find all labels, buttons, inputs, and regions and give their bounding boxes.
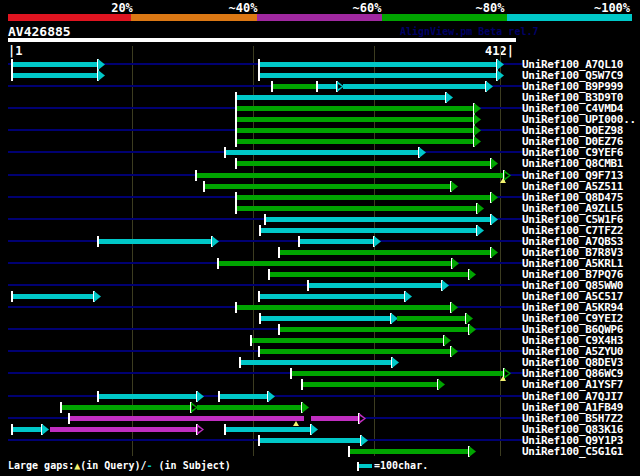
hit-segment[interactable] <box>217 261 451 266</box>
hit-segment[interactable] <box>235 95 445 100</box>
segment-start-tick <box>60 402 62 413</box>
hit-segment[interactable] <box>218 394 267 399</box>
arrowhead-icon <box>302 402 309 413</box>
hit-segment[interactable] <box>235 106 473 111</box>
hit-segment[interactable] <box>397 316 465 321</box>
hit-segment[interactable] <box>343 84 485 89</box>
hit-segment[interactable] <box>11 294 93 299</box>
hit-segment[interactable] <box>235 161 490 166</box>
hit-segment[interactable] <box>50 427 196 432</box>
hit-segment[interactable] <box>271 84 316 89</box>
hit-segment[interactable] <box>290 371 503 376</box>
hit-segment[interactable] <box>235 305 450 310</box>
arrowhead-icon <box>491 214 498 225</box>
key-segment-40 <box>131 14 257 21</box>
hit-segment[interactable] <box>316 84 336 89</box>
arrowhead-icon <box>392 357 399 368</box>
hit-segment[interactable] <box>259 228 476 233</box>
segment-start-tick <box>316 81 318 92</box>
hit-segment[interactable] <box>298 239 373 244</box>
gap-legend: Large gaps:▲(in Query)/- (in Subject) <box>8 460 231 471</box>
segment-start-tick <box>235 158 237 169</box>
hit-segment[interactable] <box>239 360 391 365</box>
hit-segment[interactable] <box>235 128 473 133</box>
hit-segment[interactable] <box>68 416 358 421</box>
segment-start-tick <box>235 114 237 125</box>
arrowhead-icon <box>42 424 49 435</box>
hit-segment[interactable] <box>278 250 490 255</box>
arrowhead-icon <box>491 247 498 258</box>
hit-segment[interactable] <box>11 73 97 78</box>
hit-segment[interactable] <box>264 217 490 222</box>
hit-segment[interactable] <box>197 405 301 410</box>
hit-segment[interactable] <box>278 327 468 332</box>
hit-segment[interactable] <box>195 173 503 178</box>
arrowhead-icon <box>405 291 412 302</box>
hit-segment[interactable] <box>268 272 468 277</box>
gap-legend-prefix: Large gaps: <box>8 460 74 471</box>
arrowhead-icon <box>452 258 459 269</box>
segment-start-tick <box>348 446 350 457</box>
gap-legend-subject-text: (in Subject) <box>153 460 231 471</box>
segment-start-tick <box>11 70 13 81</box>
arrowhead-icon <box>469 324 476 335</box>
hit-segment[interactable] <box>235 117 473 122</box>
hit-segment[interactable] <box>11 62 97 67</box>
segment-start-tick <box>258 70 260 81</box>
gap-legend-query-text: (in Query)/ <box>80 460 146 471</box>
hit-segment[interactable] <box>235 195 490 200</box>
key-segment-80 <box>382 14 507 21</box>
arrowhead-icon <box>486 81 493 92</box>
segment-start-tick <box>258 435 260 446</box>
hit-segment[interactable] <box>235 206 476 211</box>
arrowhead-icon <box>446 92 453 103</box>
scale-start-label: |1 <box>8 44 22 58</box>
hit-segment[interactable] <box>258 62 496 67</box>
arrowhead-icon <box>477 225 484 236</box>
segment-start-tick <box>258 346 260 357</box>
segment-start-tick <box>195 170 197 181</box>
arrowhead-icon <box>311 424 318 435</box>
arrowhead-inner <box>198 427 202 432</box>
hit-segment[interactable] <box>224 427 310 432</box>
segment-start-tick <box>259 313 261 324</box>
row-baseline <box>8 240 525 242</box>
hit-segment[interactable] <box>97 394 196 399</box>
segment-start-tick <box>224 147 226 158</box>
hit-segment[interactable] <box>224 150 418 155</box>
arrowhead-inner <box>505 173 509 178</box>
arrowhead-icon <box>98 70 105 81</box>
hit-segment[interactable] <box>259 316 390 321</box>
segment-start-tick <box>235 125 237 136</box>
hit-segment[interactable] <box>258 349 450 354</box>
hit-label[interactable]: UniRef100_C5G1G1 <box>522 445 623 458</box>
segment-start-tick <box>11 59 13 70</box>
hit-segment[interactable] <box>203 184 450 189</box>
hit-segment[interactable] <box>60 405 190 410</box>
arrowhead-icon <box>474 125 481 136</box>
hit-segment[interactable] <box>301 382 437 387</box>
hit-segment[interactable] <box>97 239 211 244</box>
key-label: ~60% <box>353 1 382 15</box>
hit-segment[interactable] <box>235 139 473 144</box>
key-segment-60 <box>257 14 382 21</box>
segment-start-tick <box>301 379 303 390</box>
hit-segment[interactable] <box>250 338 443 343</box>
scalebar-label: =100char. <box>374 460 428 471</box>
hit-segment[interactable] <box>348 449 468 454</box>
arrowhead-icon <box>268 391 275 402</box>
hit-segment[interactable] <box>11 427 41 432</box>
hit-segment[interactable] <box>258 294 404 299</box>
segment-start-tick <box>298 236 300 247</box>
arrowhead-icon <box>451 302 458 313</box>
segment-start-tick <box>235 103 237 114</box>
hit-segment[interactable] <box>307 283 441 288</box>
program-version-watermark: AlignView.pm Beta rel.7 <box>400 26 538 37</box>
hit-segment[interactable] <box>258 73 496 78</box>
hit-segment[interactable] <box>258 438 360 443</box>
segment-start-tick <box>235 92 237 103</box>
arrowhead-inner <box>338 84 342 89</box>
arrowhead-icon <box>438 379 445 390</box>
segment-start-tick <box>250 335 252 346</box>
query-ruler-bar <box>8 38 516 42</box>
